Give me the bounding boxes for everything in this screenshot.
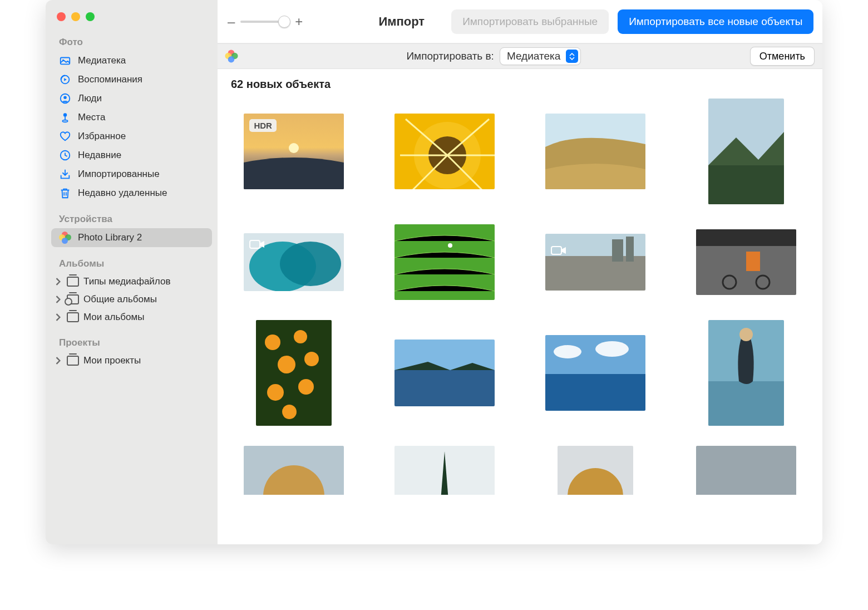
sidebar: Фото Медиатека Воспоминания Люди Места И… <box>46 0 218 544</box>
zoom-slider-thumb[interactable] <box>278 16 290 28</box>
album-icon <box>67 312 79 322</box>
svg-rect-35 <box>696 229 796 246</box>
thumbnail-image <box>244 446 344 495</box>
video-icon <box>551 245 566 258</box>
svg-point-10 <box>289 143 299 153</box>
window-controls <box>51 7 212 33</box>
thumbnail[interactable] <box>545 234 645 291</box>
trash-icon <box>59 187 71 199</box>
thumbnail-image <box>696 446 796 495</box>
svg-rect-61 <box>696 446 796 495</box>
svg-point-41 <box>294 330 307 343</box>
close-window-button[interactable] <box>57 12 66 21</box>
sidebar-item-label: Импортированные <box>78 169 160 180</box>
fullscreen-window-button[interactable] <box>86 12 95 21</box>
thumbnail[interactable] <box>244 233 344 291</box>
svg-point-28 <box>448 243 452 248</box>
sidebar-item-label: Места <box>78 112 105 123</box>
sidebar-item-my-projects[interactable]: Мои проекты <box>51 352 212 370</box>
favorites-icon <box>59 130 71 142</box>
thumbnail-image <box>394 224 495 300</box>
thumbnail-image <box>545 234 645 291</box>
cancel-button[interactable]: Отменить <box>750 47 815 66</box>
svg-point-5 <box>63 96 67 99</box>
chevron-right-icon <box>55 357 62 365</box>
minimize-window-button[interactable] <box>71 12 80 21</box>
svg-rect-36 <box>746 252 760 271</box>
thumbnail[interactable] <box>256 320 332 426</box>
sidebar-item-memories[interactable]: Воспоминания <box>51 70 212 89</box>
svg-rect-31 <box>612 239 623 262</box>
zoom-in-button[interactable]: + <box>295 14 303 29</box>
thumbnail-image <box>708 99 784 204</box>
thumbnail-grid: HDR <box>218 93 822 495</box>
import-all-button[interactable]: Импортировать все новые объекты <box>618 9 813 34</box>
thumbnail[interactable] <box>394 224 495 300</box>
thumbnail[interactable] <box>244 446 344 495</box>
sidebar-item-label: Мои альбомы <box>83 312 144 323</box>
sidebar-item-favorites[interactable]: Избранное <box>51 127 212 146</box>
sidebar-item-label: Типы медиафайлов <box>83 276 170 287</box>
svg-rect-48 <box>394 370 495 406</box>
svg-marker-3 <box>64 78 67 81</box>
thumbnail-image <box>545 335 645 411</box>
sidebar-item-media-types[interactable]: Типы медиафайлов <box>51 273 212 291</box>
zoom-control: – + <box>228 14 303 29</box>
svg-point-43 <box>304 352 319 366</box>
toolbar: – + Импорт Импортировать выбранные Импор… <box>218 0 822 43</box>
svg-point-42 <box>278 356 295 373</box>
sidebar-item-recently-deleted[interactable]: Недавно удаленные <box>51 184 212 203</box>
thumbnail-image <box>394 340 495 406</box>
thumbnail[interactable]: HDR <box>244 114 344 189</box>
thumbnail-image <box>394 114 495 189</box>
thumbnail[interactable] <box>545 114 645 189</box>
zoom-slider[interactable] <box>240 21 289 23</box>
imports-icon <box>59 168 71 180</box>
section-projects-title: Проекты <box>51 334 212 352</box>
svg-point-55 <box>739 328 753 341</box>
sidebar-item-label: Недавно удаленные <box>78 188 167 199</box>
sidebar-item-shared-albums[interactable]: Общие альбомы <box>51 291 212 308</box>
sidebar-item-label: Недавние <box>78 150 121 161</box>
places-icon <box>59 111 71 124</box>
import-to-label: Импортировать в: <box>406 50 494 62</box>
svg-point-51 <box>595 341 629 357</box>
thumbnail[interactable] <box>696 229 796 295</box>
thumbnail[interactable] <box>696 446 796 495</box>
shared-album-icon <box>67 294 79 304</box>
svg-point-46 <box>282 405 297 419</box>
thumbnail[interactable] <box>394 340 495 406</box>
sidebar-item-label: Медиатека <box>78 55 126 66</box>
section-devices-title: Устройства <box>51 210 212 228</box>
thumbnail[interactable] <box>394 114 495 189</box>
select-stepper-icon <box>566 50 578 63</box>
thumbnail[interactable] <box>708 320 784 426</box>
sidebar-item-imports[interactable]: Импортированные <box>51 165 212 184</box>
sidebar-item-library[interactable]: Медиатека <box>51 51 212 70</box>
thumbnail[interactable] <box>394 446 495 495</box>
svg-rect-26 <box>250 240 260 248</box>
sidebar-item-label: Мои проекты <box>83 355 141 366</box>
sidebar-item-device-photo-library-2[interactable]: Photo Library 2 <box>51 228 212 247</box>
import-destination-select[interactable]: Медиатека <box>500 47 581 65</box>
svg-point-50 <box>554 345 581 358</box>
sidebar-item-label: Люди <box>78 93 102 104</box>
thumbnail-image <box>256 320 332 426</box>
sidebar-item-places[interactable]: Места <box>51 108 212 127</box>
thumbnail-image <box>545 114 645 189</box>
page-title: Импорт <box>378 14 425 29</box>
import-subtoolbar: Импортировать в: Медиатека Отменить <box>218 43 822 69</box>
sidebar-item-people[interactable]: Люди <box>51 89 212 108</box>
thumbnail[interactable] <box>558 446 633 495</box>
sidebar-item-my-albums[interactable]: Мои альбомы <box>51 308 212 326</box>
import-selected-button[interactable]: Импортировать выбранные <box>451 9 609 34</box>
thumbnail[interactable] <box>708 99 784 204</box>
album-icon <box>67 356 79 366</box>
library-icon <box>59 55 71 67</box>
sidebar-item-recents[interactable]: Недавние <box>51 146 212 165</box>
svg-point-45 <box>298 379 314 395</box>
sidebar-item-label: Избранное <box>78 131 126 142</box>
thumbnail[interactable] <box>545 335 645 411</box>
zoom-out-button[interactable]: – <box>228 14 235 29</box>
svg-point-25 <box>280 242 341 286</box>
